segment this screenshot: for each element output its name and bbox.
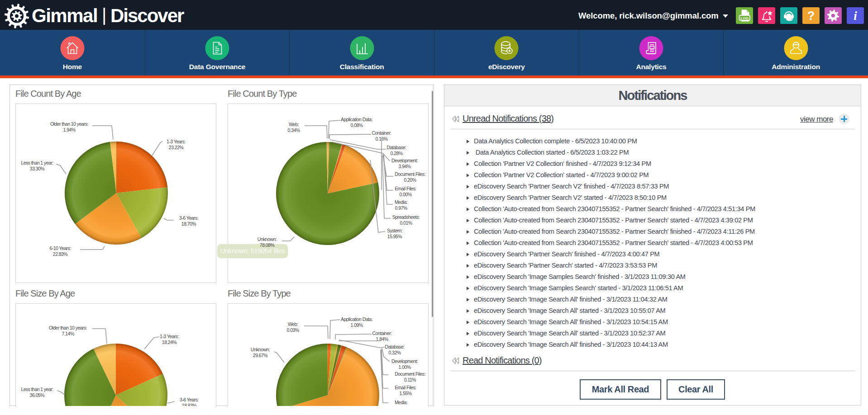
svg-text:7.14%: 7.14% <box>62 331 74 336</box>
svg-text:1.55%: 1.55% <box>399 391 411 396</box>
svg-text:36.05%: 36.05% <box>30 392 45 398</box>
svg-text:i: i <box>854 9 857 23</box>
svg-text:0.34%: 0.34% <box>287 127 300 133</box>
svg-text:Media:: Media: <box>395 400 407 405</box>
svg-text:3.94%: 3.94% <box>398 164 410 169</box>
svg-text:78.08%: 78.08% <box>260 242 275 248</box>
svg-text:1-3 Years:: 1-3 Years: <box>160 334 179 339</box>
svg-text:Container:: Container: <box>372 130 391 136</box>
svg-text:0.01%: 0.01% <box>400 220 412 226</box>
svg-text:1-3 Years:: 1-3 Years: <box>167 139 186 144</box>
svg-text:LOG: LOG <box>740 16 749 20</box>
svg-text:Spreadsheets:: Spreadsheets: <box>392 214 420 220</box>
svg-text:6-10 Years:: 6-10 Years: <box>49 245 71 251</box>
svg-text:0.11%: 0.11% <box>404 377 416 382</box>
svg-text:23.22%: 23.22% <box>169 145 184 150</box>
svg-text:15.95%: 15.95% <box>387 234 402 239</box>
svg-text:3-6 Years:: 3-6 Years: <box>179 215 198 221</box>
svg-text:Document Files:: Document Files: <box>395 371 425 377</box>
svg-text:Development:: Development: <box>391 358 418 364</box>
svg-text:0.20%: 0.20% <box>404 177 416 183</box>
svg-text:1.94%: 1.94% <box>63 127 75 132</box>
svg-text:Media:: Media: <box>395 199 407 205</box>
svg-text:Document Files:: Document Files: <box>395 171 425 177</box>
svg-text:0.08%: 0.08% <box>350 123 362 128</box>
svg-text:Older than 10 years:: Older than 10 years: <box>49 325 87 330</box>
svg-text:18.24%: 18.24% <box>162 340 177 345</box>
svg-text:Application Data:: Application Data: <box>341 316 372 322</box>
svg-text:22.83%: 22.83% <box>53 251 68 257</box>
svg-text:Web:: Web: <box>289 122 299 127</box>
svg-text:Container:: Container: <box>372 330 392 336</box>
svg-text:0.00%: 0.00% <box>399 192 411 197</box>
svg-text:?: ? <box>807 9 815 23</box>
svg-text:Email Files:: Email Files: <box>395 186 416 191</box>
svg-text:1.09%: 1.09% <box>350 322 362 328</box>
svg-text:Development:: Development: <box>391 158 418 163</box>
svg-text:Application Data:: Application Data: <box>341 117 372 122</box>
svg-text:0.97%: 0.97% <box>395 205 407 211</box>
svg-text:Less than 1 year:: Less than 1 year: <box>21 387 53 392</box>
svg-text:System:: System: <box>387 228 402 233</box>
svg-text:Database:: Database: <box>387 145 406 150</box>
svg-text:0.28%: 0.28% <box>390 151 402 156</box>
svg-text:Database:: Database: <box>385 344 405 349</box>
svg-text:Web:: Web: <box>288 321 298 327</box>
svg-text:0.32%: 0.32% <box>388 350 401 355</box>
svg-text:Unknown:: Unknown: <box>258 236 277 242</box>
svg-text:Less than 1 year:: Less than 1 year: <box>21 160 53 165</box>
svg-text:Email Files:: Email Files: <box>395 385 416 390</box>
svg-text:18.93%: 18.93% <box>182 403 197 406</box>
svg-text:0.03%: 0.03% <box>286 327 299 333</box>
svg-text:Unknown:: Unknown: <box>251 347 270 352</box>
svg-text:1.00%: 1.00% <box>398 364 410 370</box>
svg-text:18.70%: 18.70% <box>181 221 196 226</box>
svg-text:Older than 10 years:: Older than 10 years: <box>50 121 88 127</box>
svg-text:33.30%: 33.30% <box>30 166 45 171</box>
svg-text:29.67%: 29.67% <box>253 353 268 358</box>
svg-text:3-6 Years:: 3-6 Years: <box>180 397 199 402</box>
